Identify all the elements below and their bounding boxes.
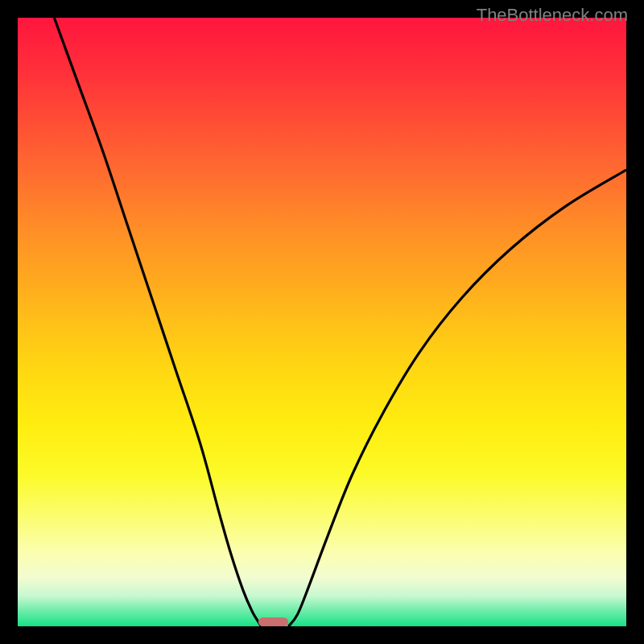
curves-svg [18,18,626,626]
plot-area [18,18,626,626]
right-curve [288,170,626,626]
watermark-text: TheBottleneck.com [477,5,628,26]
left-curve [54,18,261,626]
min-marker [258,617,289,626]
